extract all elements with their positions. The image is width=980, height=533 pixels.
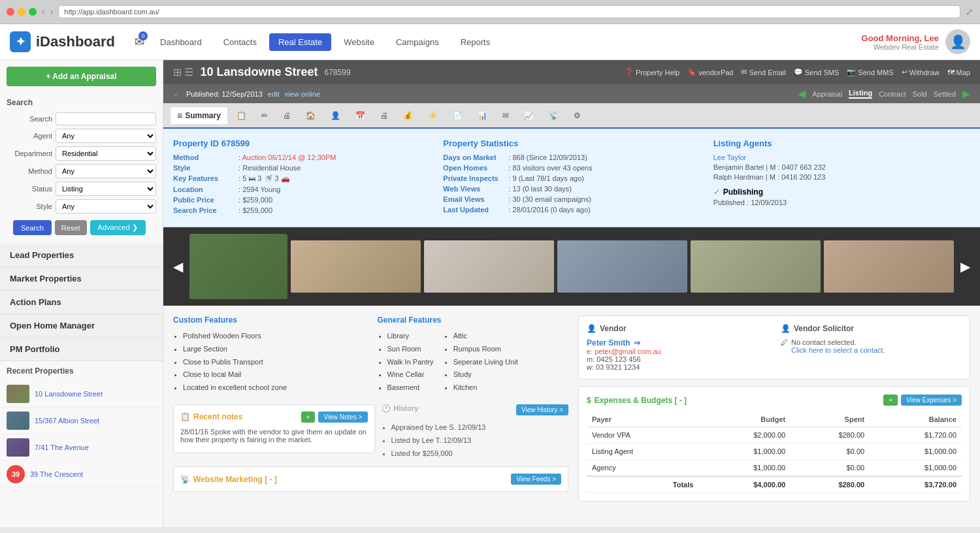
send-mms-button[interactable]: 📷 Send MMS — [847, 68, 893, 76]
vendor-col: 👤 Vendor Peter Smith ⇒ e: peter@gmail.co… — [587, 324, 768, 371]
recent-item-0[interactable]: 10 Lansdowne Street — [0, 381, 163, 408]
tab-5[interactable]: 👤 — [324, 108, 347, 123]
tab-15[interactable]: ⚙ — [567, 108, 587, 123]
vendor-email[interactable]: e: peter@gmail.com.au — [587, 347, 768, 355]
photo-next-button[interactable]: ▶ — [957, 259, 973, 274]
recent-item-2[interactable]: 7/41 The Avenue — [0, 434, 163, 461]
recent-item-3[interactable]: 39 39 The Crescent — [0, 461, 163, 488]
agent-select[interactable]: Any — [56, 129, 156, 143]
expand-icon[interactable]: ⤢ — [966, 7, 973, 17]
add-appraisal-button[interactable]: + Add an Appraisal — [7, 67, 156, 86]
features-row: Custom Features Polished Wooden Floors L… — [173, 315, 568, 395]
sidebar-item-action-plans[interactable]: Action Plans — [0, 291, 163, 314]
published-check-icon: ✓ — [173, 89, 181, 99]
pencil-icon: 🖊 — [781, 338, 788, 346]
vendor-pad-button[interactable]: 🔖 vendorPad — [687, 68, 733, 76]
tab-6[interactable]: 📅 — [349, 108, 372, 123]
open-homes-row: Open Homes : 83 visitors over 43 opens — [443, 164, 700, 172]
withdraw-button[interactable]: ↩ Withdraw — [902, 68, 939, 76]
status-select[interactable]: Listing — [56, 182, 156, 196]
advanced-button[interactable]: Advanced ❯ — [90, 220, 146, 235]
edit-link[interactable]: edit — [268, 90, 280, 98]
right-column: 👤 Vendor Peter Smith ⇒ e: peter@gmail.co… — [578, 315, 970, 502]
method-select[interactable]: Any — [56, 164, 156, 178]
fullscreen-button[interactable] — [29, 8, 37, 16]
vendor-icon: 👤 — [587, 324, 596, 333]
budget-2: $1,000.00 — [698, 460, 791, 477]
nav-dashboard[interactable]: Dashboard — [151, 33, 211, 51]
department-select[interactable]: Residential — [56, 146, 156, 161]
published-bar: ✓ Published: 12/Sep/2013 edit view onlin… — [163, 84, 980, 103]
send-email-button[interactable]: ✉ Send Email — [741, 68, 785, 76]
tab-7[interactable]: 🖨 — [374, 108, 395, 123]
photo-thumb-2[interactable] — [424, 240, 554, 293]
nav-campaigns[interactable]: Campaigns — [387, 33, 448, 51]
tab-summary[interactable]: ≡ Summary — [170, 106, 228, 124]
view-expenses-button[interactable]: View Expenses > — [901, 395, 962, 406]
nav-real-estate[interactable]: Real Estate — [269, 33, 331, 51]
nav-reports[interactable]: Reports — [451, 33, 500, 51]
expense-totals-row: Totals $4,000.00 $280.00 $3,720.00 — [587, 476, 962, 493]
tab-9[interactable]: ⚡ — [421, 108, 444, 123]
recent-item-1[interactable]: 15/367 Albion Street — [0, 408, 163, 434]
view-history-button[interactable]: View History > — [516, 404, 568, 415]
close-button[interactable] — [7, 8, 14, 16]
view-feeds-button[interactable]: View Feeds > — [511, 474, 561, 485]
stage-settled[interactable]: Settled — [934, 90, 956, 98]
forward-button[interactable]: › — [50, 7, 54, 17]
logo: ✦ iDashboard — [10, 31, 115, 52]
sidebar-item-open-home-manager[interactable]: Open Home Manager — [0, 314, 163, 338]
search-label: Search — [7, 115, 52, 123]
vendor-row: 👤 Vendor Peter Smith ⇒ e: peter@gmail.co… — [587, 324, 962, 371]
reset-button[interactable]: Reset — [55, 220, 87, 235]
tab-2[interactable]: ✏ — [255, 108, 274, 123]
tab-8[interactable]: 💰 — [397, 108, 419, 123]
url-bar[interactable] — [58, 5, 960, 18]
photo-thumb-3[interactable] — [557, 240, 687, 293]
search-input[interactable] — [56, 112, 156, 125]
photo-thumb-4[interactable] — [691, 240, 821, 293]
stage-contract[interactable]: Contract — [879, 90, 906, 98]
send-sms-button[interactable]: 💬 Send SMS — [794, 68, 840, 76]
tab-icon-5: 👤 — [331, 111, 340, 120]
photo-thumb-1[interactable] — [291, 240, 421, 293]
stage-right-arrow[interactable]: ▶ — [962, 88, 970, 100]
key-features-value: : 5 🛏 3 🚿 3 🚗 — [238, 174, 290, 183]
view-notes-button[interactable]: View Notes > — [318, 412, 367, 423]
back-button[interactable]: ‹ — [42, 7, 45, 17]
website-marketing-title: 📡 Website Marketing [ - ] — [180, 475, 277, 484]
avatar[interactable]: 👤 — [945, 29, 970, 54]
tab-14[interactable]: 📡 — [542, 108, 565, 123]
expenses-actions: + View Expenses > — [883, 395, 962, 406]
mail-icon-container[interactable]: ✉ 0 — [135, 35, 144, 49]
tab-11[interactable]: 📊 — [471, 108, 494, 123]
add-note-button[interactable]: + — [301, 412, 316, 423]
tab-4[interactable]: 🏠 — [299, 108, 322, 123]
tab-3[interactable]: 🖨 — [276, 108, 297, 123]
tab-13[interactable]: 📈 — [517, 108, 540, 123]
minimize-button[interactable] — [18, 8, 25, 16]
property-help-button[interactable]: ❓ Property Help — [625, 68, 679, 76]
stage-listing[interactable]: Listing — [849, 89, 872, 99]
nav-website[interactable]: Website — [335, 33, 384, 51]
sidebar-item-pm-portfolio[interactable]: PM Portfolio — [0, 338, 163, 361]
no-contact-row: 🖊 No contact selected. Click here to sel… — [781, 338, 962, 354]
stage-left-arrow[interactable]: ◀ — [798, 88, 806, 100]
add-expense-button[interactable]: + — [883, 395, 898, 406]
style-select[interactable]: Any — [56, 199, 156, 214]
tab-12[interactable]: ✉ — [496, 108, 515, 123]
style-label: Style — [7, 202, 52, 210]
vendor-name[interactable]: Peter Smith ⇒ — [587, 338, 768, 347]
tab-1[interactable]: 📋 — [230, 108, 253, 123]
photo-thumb-5[interactable] — [824, 240, 954, 293]
stage-appraisal[interactable]: Appraisal — [812, 90, 842, 98]
stage-sold[interactable]: Sold — [913, 90, 927, 98]
sidebar-item-lead-properties[interactable]: Lead Properties — [0, 244, 163, 267]
nav-contacts[interactable]: Contacts — [214, 33, 266, 51]
map-button[interactable]: 🗺 Map — [947, 69, 970, 76]
sidebar-item-market-properties[interactable]: Market Properties — [0, 267, 163, 291]
view-online-link[interactable]: view online — [285, 90, 320, 98]
tab-10[interactable]: 📄 — [446, 108, 469, 123]
search-button[interactable]: Search — [13, 220, 52, 235]
photo-prev-button[interactable]: ◀ — [170, 259, 186, 274]
